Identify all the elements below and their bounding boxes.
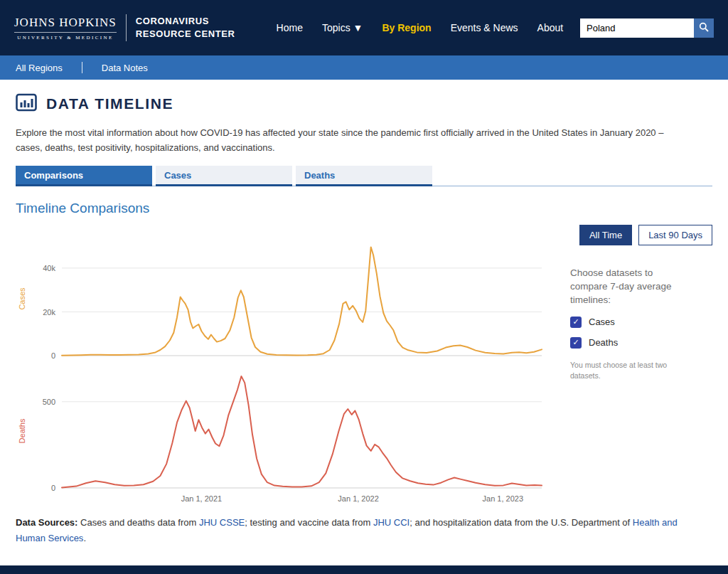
- svg-text:20k: 20k: [43, 307, 55, 316]
- logo-divider: [126, 14, 127, 41]
- svg-text:Jan 1, 2023: Jan 1, 2023: [483, 494, 524, 503]
- tab-bar: Comparisons Cases Deaths: [16, 166, 712, 186]
- crc-brand-line2: RESOURCE CENTER: [136, 28, 235, 41]
- svg-text:Jan 1, 2021: Jan 1, 2021: [181, 494, 223, 503]
- dataset-option-deaths: ✓ Deaths: [570, 337, 712, 349]
- subnav-all-regions[interactable]: All Regions: [16, 63, 63, 73]
- nav-item-topics[interactable]: Topics ▼: [322, 22, 363, 33]
- nav-item-by-region[interactable]: By Region: [382, 22, 431, 33]
- all-time-button[interactable]: All Time: [579, 225, 632, 245]
- main-content: DATA TIMELINE Explore the most vital inf…: [0, 92, 728, 546]
- svg-text:0: 0: [51, 484, 55, 492]
- jhu-logo-subtitle: UNIVERSITY & MEDICINE: [14, 35, 117, 41]
- jhu-logo-wordmark: JOHNS HOPKINS UNIVERSITY & MEDICINE: [14, 16, 117, 41]
- data-sources-seg2: ; testing and vaccine data from: [245, 517, 373, 528]
- deaths-series-line: [62, 376, 542, 488]
- svg-text:500: 500: [43, 398, 55, 406]
- nav-item-events-news[interactable]: Events & News: [451, 22, 518, 33]
- svg-text:40k: 40k: [43, 264, 55, 272]
- intro-paragraph: Explore the most vital information about…: [16, 125, 667, 156]
- last-90-days-button[interactable]: Last 90 Days: [638, 225, 712, 245]
- page-title: DATA TIMELINE: [46, 95, 173, 112]
- data-sources-label: Data Sources:: [16, 517, 77, 528]
- jhu-logo-name: JOHNS HOPKINS: [14, 16, 117, 33]
- charts-column: 020k40kCases 0500Jan 1, 2021Jan 1, 2022J…: [16, 236, 545, 505]
- deaths-checkbox[interactable]: ✓: [570, 337, 582, 349]
- cases-checkbox-label: Cases: [589, 317, 615, 327]
- tab-deaths[interactable]: Deaths: [296, 166, 432, 186]
- svg-text:Jan 1, 2022: Jan 1, 2022: [338, 494, 379, 503]
- page-title-row: DATA TIMELINE: [16, 92, 712, 116]
- data-sources: Data Sources: Cases and deaths data from…: [16, 515, 691, 546]
- subnav-divider: [82, 62, 82, 73]
- nav-item-home[interactable]: Home: [277, 22, 303, 33]
- page-footer-bar: [0, 565, 728, 574]
- site-header: JOHNS HOPKINS UNIVERSITY & MEDICINE CORO…: [0, 0, 728, 55]
- deaths-axis-label: Deaths: [18, 418, 26, 443]
- region-subnav: All Regions Data Notes: [0, 55, 728, 80]
- data-sources-seg4: .: [83, 533, 86, 543]
- svg-text:0: 0: [51, 351, 55, 360]
- section-title: Timeline Comparisons: [16, 201, 712, 216]
- controls-panel: All Time Last 90 Days Choose datasets to…: [570, 219, 712, 505]
- jhu-cci-link[interactable]: JHU CCI: [373, 517, 410, 528]
- search-input[interactable]: [580, 18, 694, 38]
- cases-series-line: [62, 247, 542, 355]
- jhu-logo[interactable]: JOHNS HOPKINS UNIVERSITY & MEDICINE CORO…: [14, 14, 235, 41]
- subnav-data-notes[interactable]: Data Notes: [102, 63, 148, 73]
- site-search: [580, 18, 714, 38]
- data-sources-seg1: Cases and deaths data from: [77, 517, 199, 528]
- dataset-option-cases: ✓ Cases: [570, 317, 712, 328]
- dataset-prompt: Choose datasets to compare 7-day average…: [570, 267, 690, 307]
- search-icon: [699, 22, 709, 34]
- tab-cases[interactable]: Cases: [156, 166, 292, 186]
- main-nav: Home Topics ▼ By Region Events & News Ab…: [277, 22, 564, 33]
- search-button[interactable]: [694, 18, 714, 38]
- cases-checkbox[interactable]: ✓: [570, 317, 582, 328]
- dataset-note: You must choose at least two datasets.: [570, 360, 678, 383]
- crc-brand: CORONAVIRUS RESOURCE CENTER: [136, 15, 235, 40]
- deaths-checkbox-label: Deaths: [589, 337, 618, 348]
- cases-axis-label: Cases: [18, 287, 26, 310]
- chart-region: 020k40kCases 0500Jan 1, 2021Jan 1, 2022J…: [16, 219, 712, 505]
- tab-comparisons[interactable]: Comparisons: [16, 166, 152, 186]
- deaths-timeline-chart: 0500Jan 1, 2021Jan 1, 2022Jan 1, 2023Dea…: [16, 368, 545, 505]
- range-button-row: All Time Last 90 Days: [570, 225, 712, 245]
- nav-item-about[interactable]: About: [537, 22, 564, 33]
- timeline-chart-icon: [16, 92, 37, 116]
- cases-timeline-chart: 020k40kCases: [16, 236, 545, 364]
- jhu-csse-link[interactable]: JHU CSSE: [199, 517, 245, 528]
- crc-brand-line1: CORONAVIRUS: [136, 15, 235, 28]
- data-sources-seg3: ; and hospitalization data from the U.S.…: [410, 517, 633, 528]
